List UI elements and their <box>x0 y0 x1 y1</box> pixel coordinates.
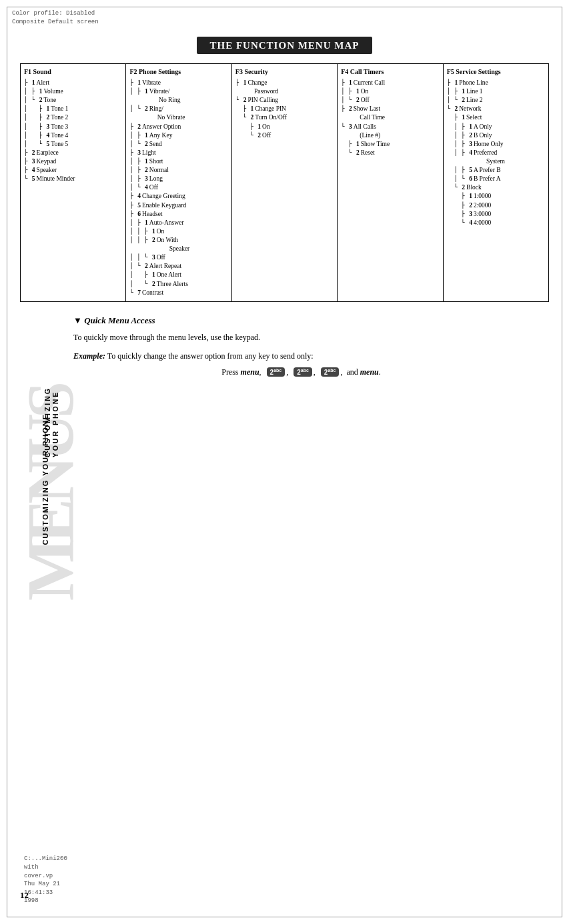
quick-menu-para: To quickly move through the menu levels,… <box>73 331 529 343</box>
quick-menu-example: Example: To quickly change the answer op… <box>73 350 529 362</box>
column-f5: F5 Service Settings ├ 1Phone Line │ ├ 1L… <box>444 64 548 301</box>
col-f1-header: F1 Sound <box>24 68 122 75</box>
quick-menu-section: Quick Menu Access To quickly move throug… <box>73 315 529 377</box>
column-f1: F1 Sound ├ 1Alert │ ├ 1Volume │ └ 2Tone … <box>21 64 126 301</box>
kbd-2abc-2: 2abc <box>294 367 312 377</box>
col-f2-tree: ├ 1Vibrate │ ├ 1Vibrate/ No Ring │ └ 2Ri… <box>129 79 227 297</box>
page-title: THE FUNCTION MENU MAP <box>20 40 549 51</box>
quick-menu-title: Quick Menu Access <box>73 315 529 326</box>
col-f3-tree: ├ 1Change Password └ 2PIN Calling ├ 1Cha… <box>235 79 334 140</box>
col-f1-tree: ├ 1Alert │ ├ 1Volume │ └ 2Tone │ ├ 1Tone… <box>24 79 122 183</box>
col-f5-header: F5 Service Settings <box>447 68 545 75</box>
column-f2: F2 Phone Settings ├ 1Vibrate │ ├ 1Vibrat… <box>126 64 231 301</box>
col-f3-header: F3 Security <box>235 68 334 75</box>
menu-map: F1 Sound ├ 1Alert │ ├ 1Volume │ └ 2Tone … <box>20 63 549 302</box>
col-f5-tree: ├ 1Phone Line │ ├ 1Line 1 │ └ 2Line 2 └ … <box>447 79 545 227</box>
col-f4-tree: ├ 1Current Call │ ├ 1On │ └ 2Off ├ 2Show… <box>341 79 439 157</box>
col-f2-header: F2 Phone Settings <box>129 68 227 75</box>
press-line: Press menu, 2abc, 2abc, 2abc, and menu. <box>73 367 529 377</box>
kbd-2abc-1: 2abc <box>267 367 286 377</box>
kbd-2abc-3: 2abc <box>321 367 340 377</box>
column-f4: F4 Call Timers ├ 1Current Call │ ├ 1On │… <box>338 64 443 301</box>
column-f3: F3 Security ├ 1Change Password └ 2PIN Ca… <box>232 64 338 301</box>
customizing-vertical: CUSTOMIZING YOUR PHONE <box>43 387 59 457</box>
col-f4-header: F4 Call Timers <box>341 68 439 75</box>
